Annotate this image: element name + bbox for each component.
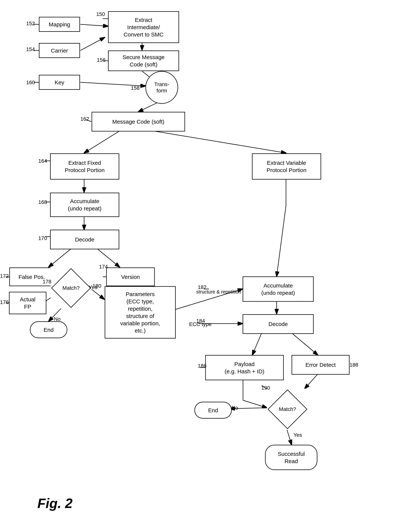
label-186: 186	[198, 363, 207, 369]
label-176: 176	[0, 299, 9, 305]
label-no1: No	[54, 316, 60, 322]
decode2-box: Decode	[243, 314, 314, 334]
extract-intermediate-box: ExtractIntermediate/Convert to SMC	[108, 11, 179, 43]
label-structure-repetition: structure & repetition	[196, 289, 241, 295]
label-168: 168	[38, 199, 47, 205]
end1-label: End	[44, 326, 53, 333]
version-label: Version	[121, 273, 140, 281]
end2-box: End	[195, 402, 232, 419]
extract-fixed-box: Extract FixedProtocol Portion	[50, 153, 119, 180]
label-no2: No	[231, 405, 238, 411]
secure-message-code-label: Secure MessageCode (soft)	[122, 53, 165, 68]
label-188: 188	[349, 362, 358, 368]
payload-label: Payload(e.g. Hash + ID)	[225, 360, 265, 375]
accumulate1-label: Accumulate(undo repeat)	[68, 198, 102, 212]
accumulate2-box: Accumulate(undo repeat)	[243, 276, 314, 302]
label-154: 154	[26, 47, 35, 52]
fig-label: Fig. 2	[37, 496, 73, 511]
match1-label: Match?	[60, 285, 82, 291]
svg-line-25	[292, 333, 318, 355]
secure-message-code-box: Secure MessageCode (soft)	[108, 50, 179, 71]
decode2-label: Decode	[269, 320, 288, 328]
label-164: 164	[38, 158, 47, 164]
payload-box: Payload(e.g. Hash + ID)	[205, 355, 284, 380]
error-detect-box: Error Detect	[292, 355, 349, 375]
svg-line-28	[243, 400, 267, 408]
extract-intermediate-label: ExtractIntermediate/Convert to SMC	[123, 16, 163, 38]
label-yes2: Yes	[293, 432, 302, 438]
label-172: 172	[0, 273, 9, 279]
extract-variable-label: Extract VariableProtocol Portion	[267, 159, 306, 174]
label-yes1: Yes	[89, 284, 97, 290]
mapping-label: Mapping	[49, 21, 70, 28]
key-box: Key	[39, 75, 80, 90]
svg-line-26	[305, 374, 318, 389]
label-160: 160	[26, 79, 35, 85]
transform-label: Trans-form	[154, 81, 169, 94]
successful-read-label: SuccessfulRead	[278, 450, 305, 465]
match2-diamond: Match?	[267, 389, 308, 430]
label-150: 150	[96, 11, 105, 17]
extract-variable-box: Extract VariableProtocol Portion	[252, 153, 321, 180]
label-190: 190	[261, 385, 270, 391]
label-184: 184	[196, 318, 205, 324]
carrier-label: Carrier	[51, 47, 68, 54]
svg-line-20	[277, 206, 286, 276]
successful-read-box: SuccessfulRead	[265, 445, 317, 470]
parameters-box: Parameters(ECC type,repetition,structure…	[105, 286, 176, 339]
decode1-label: Decode	[75, 236, 94, 243]
svg-line-7	[84, 131, 120, 153]
label-174: 174	[99, 264, 108, 270]
actual-fp-label: ActualFP	[20, 296, 35, 310]
svg-line-8	[153, 131, 286, 153]
extract-fixed-label: Extract FixedProtocol Portion	[65, 159, 105, 174]
parameters-label: Parameters(ECC type,repetition,structure…	[120, 290, 160, 334]
label-178: 178	[43, 279, 51, 285]
false-pos-label: False Pos.	[18, 273, 45, 281]
svg-line-2	[80, 37, 105, 50]
end2-label: End	[208, 407, 218, 414]
actual-fp-box: ActualFP	[9, 292, 46, 314]
decode1-box: Decode	[50, 230, 119, 249]
diagram-container: Mapping Carrier ExtractIntermediate/Conv…	[0, 0, 420, 531]
message-code-label: Message Code (soft)	[112, 118, 164, 125]
label-170: 170	[38, 235, 47, 241]
label-162: 162	[80, 116, 89, 122]
accumulate2-label: Accumulate(undo repeat)	[261, 282, 295, 297]
version-box: Version	[106, 267, 155, 286]
accumulate1-box: Accumulate(undo repeat)	[50, 193, 119, 217]
svg-line-11	[49, 249, 71, 267]
transform-box: Trans-form	[145, 71, 178, 104]
label-158: 158	[131, 85, 140, 91]
match1-diamond: Match?	[50, 267, 91, 309]
message-code-box: Message Code (soft)	[91, 112, 185, 131]
label-156: 156	[97, 57, 105, 63]
match2-label: Match?	[276, 406, 299, 412]
error-detect-label: Error Detect	[305, 361, 336, 368]
end1-box: End	[30, 321, 67, 338]
label-152: 152	[26, 21, 35, 27]
mapping-box: Mapping	[39, 17, 80, 32]
svg-line-24	[252, 333, 262, 355]
key-label: Key	[55, 79, 64, 86]
svg-line-1	[80, 24, 108, 26]
carrier-box: Carrier	[39, 43, 80, 58]
